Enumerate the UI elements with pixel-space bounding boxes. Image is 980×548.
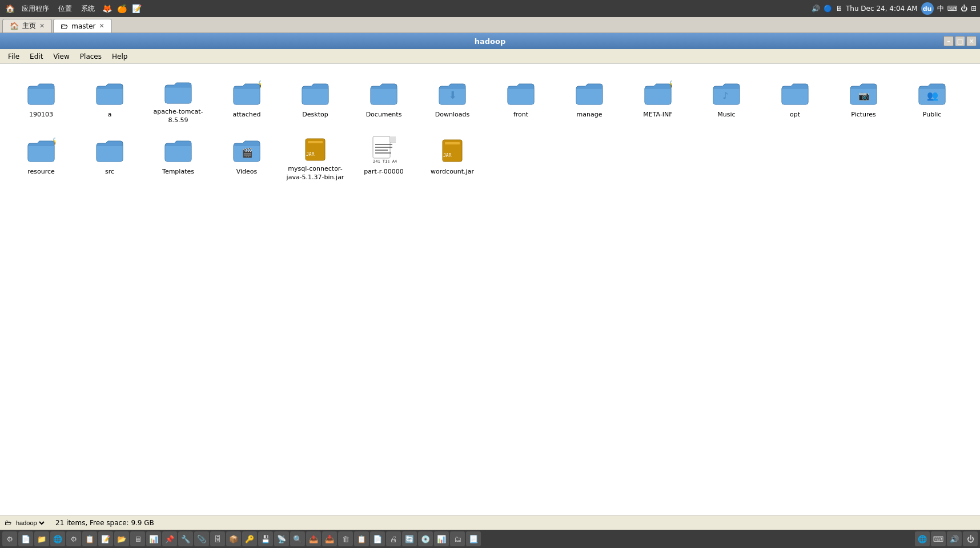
bottom-icon-14[interactable]: 🗄 <box>210 531 225 546</box>
bottom-icon-13[interactable]: 📎 <box>194 531 209 546</box>
menu-edit[interactable]: Edit <box>25 51 47 62</box>
svg-text:📷: 📷 <box>858 90 870 101</box>
menu-file[interactable]: File <box>3 51 24 62</box>
bottom-icon-11[interactable]: 📌 <box>162 531 177 546</box>
bottom-icon-7[interactable]: 📝 <box>98 531 113 546</box>
file-item-front[interactable]: front <box>487 71 555 128</box>
apps-grid-icon[interactable]: ⊞ <box>971 5 977 13</box>
location-dropdown[interactable]: hadoop <box>14 519 46 527</box>
bottom-icon-25[interactable]: 🖨 <box>386 531 401 546</box>
bottom-icon-4[interactable]: 🌐 <box>50 531 65 546</box>
file-icon-Documents <box>368 76 400 108</box>
file-item-opt[interactable]: opt <box>761 71 829 128</box>
bottom-icon-15[interactable]: 📦 <box>226 531 241 546</box>
tab-home-label: 主页 <box>22 21 36 31</box>
firefox-icon[interactable]: 🦊 <box>101 2 113 15</box>
file-label-Pictures: Pictures <box>851 111 876 119</box>
bottom-icon-27[interactable]: 💿 <box>418 531 433 546</box>
bottom-icon-24[interactable]: 📄 <box>370 531 385 546</box>
bluetooth-icon[interactable]: 🔵 <box>824 5 832 13</box>
bottom-icon-1[interactable]: ⚙ <box>2 531 17 546</box>
location-icon: 🗁 <box>5 519 11 527</box>
bottom-icon-17[interactable]: 💾 <box>258 531 273 546</box>
file-item-190103[interactable]: 190103 <box>7 71 75 128</box>
file-item-manage[interactable]: manage <box>555 71 624 128</box>
bottom-icon-8[interactable]: 📂 <box>114 531 129 546</box>
bottom-icon-12[interactable]: 🔧 <box>178 531 193 546</box>
file-icon-part-r-00000: 241 T1s A4 AS-1 <box>368 134 400 166</box>
volume-icon[interactable]: 🔊 <box>812 5 820 13</box>
maximize-button[interactable]: □ <box>955 36 965 46</box>
file-item-Public[interactable]: 👥 Public <box>898 71 966 128</box>
keyboard-icon[interactable]: ⌨ <box>947 5 957 13</box>
tab-master[interactable]: 🗁 master ✕ <box>53 19 112 33</box>
app-icon-3[interactable]: 📝 <box>130 2 143 15</box>
bottom-icon-18[interactable]: 📡 <box>274 531 289 546</box>
minimize-button[interactable]: – <box>943 36 954 46</box>
bottom-icon-20[interactable]: 📤 <box>306 531 321 546</box>
taskbar-volume-bottom-icon[interactable]: 🔊 <box>947 531 962 546</box>
bottom-icon-5[interactable]: ⚙ <box>66 531 81 546</box>
menu-places[interactable]: Places <box>75 51 106 62</box>
bottom-icon-10[interactable]: 📊 <box>146 531 161 546</box>
bottom-icon-26[interactable]: 🔄 <box>402 531 417 546</box>
file-item-resource[interactable]: 🔒 resource <box>7 128 75 185</box>
file-icon-META-INF: 🔒 <box>642 76 674 108</box>
file-item-Videos[interactable]: 🎬 Videos <box>212 128 281 185</box>
file-icon-resource: 🔒 <box>25 134 57 166</box>
bottom-icon-3[interactable]: 📁 <box>34 531 49 546</box>
svg-text:⬇: ⬇ <box>448 89 457 101</box>
lang-indicator[interactable]: 中 <box>937 4 944 14</box>
bottom-icon-30[interactable]: 📃 <box>466 531 481 546</box>
bottom-icon-21[interactable]: 📥 <box>322 531 337 546</box>
status-bar: 🗁 hadoop 21 items, Free space: 9.9 GB <box>0 515 980 530</box>
svg-rect-20 <box>445 142 460 144</box>
menu-view[interactable]: View <box>49 51 74 62</box>
bottom-icon-23[interactable]: 📋 <box>354 531 369 546</box>
network-icon[interactable]: 🖥 <box>836 5 842 13</box>
file-item-Music[interactable]: ♪ Music <box>692 71 761 128</box>
file-item-part-r-00000[interactable]: 241 T1s A4 AS-1 part-r-00000 <box>350 128 418 185</box>
user-avatar[interactable]: du <box>921 2 934 15</box>
app-icon-2[interactable]: 🍊 <box>115 2 128 15</box>
bottom-icon-29[interactable]: 🗂 <box>450 531 465 546</box>
taskbar-bottom: ⚙ 📄 📁 🌐 ⚙ 📋 📝 📂 🖥 📊 📌 🔧 📎 🗄 📦 🔑 💾 📡 🔍 📤 … <box>0 530 980 548</box>
file-item-src[interactable]: src <box>75 128 144 185</box>
places-menu[interactable]: 位置 <box>55 3 75 15</box>
file-label-opt: opt <box>790 111 800 119</box>
file-label-190103: 190103 <box>29 111 53 119</box>
tab-home[interactable]: 🏠 主页 ✕ <box>2 19 52 33</box>
file-item-Pictures[interactable]: 📷 Pictures <box>829 71 898 128</box>
power-icon[interactable]: ⏻ <box>961 5 967 13</box>
file-item-apache-tomcat[interactable]: apache-tomcat-8.5.59 <box>144 71 212 128</box>
bottom-icon-6[interactable]: 📋 <box>82 531 97 546</box>
svg-text:JAR: JAR <box>443 153 452 158</box>
file-item-Downloads[interactable]: ⬇ Downloads <box>418 71 487 128</box>
close-button[interactable]: ✕ <box>966 36 977 46</box>
taskbar-power-bottom-icon[interactable]: ⏻ <box>963 531 978 546</box>
file-icon-attached: 🔒 <box>231 76 263 108</box>
file-item-attached[interactable]: 🔒 attached <box>212 71 281 128</box>
bottom-icon-2[interactable]: 📄 <box>18 531 33 546</box>
bottom-icon-19[interactable]: 🔍 <box>290 531 305 546</box>
file-item-Desktop[interactable]: Desktop <box>281 71 350 128</box>
bottom-icon-22[interactable]: 🗑 <box>338 531 353 546</box>
menu-help[interactable]: Help <box>107 51 132 62</box>
tab-master-close[interactable]: ✕ <box>99 22 105 30</box>
tab-home-close[interactable]: ✕ <box>39 22 45 30</box>
file-icon-Videos: 🎬 <box>231 134 263 166</box>
file-icon-Pictures: 📷 <box>848 76 879 108</box>
bottom-icon-16[interactable]: 🔑 <box>242 531 257 546</box>
bottom-icon-28[interactable]: 📊 <box>434 531 449 546</box>
file-item-Templates[interactable]: Templates <box>144 128 212 185</box>
file-item-META-INF[interactable]: 🔒 META-INF <box>624 71 692 128</box>
file-item-a[interactable]: a <box>75 71 144 128</box>
file-item-wordcount.jar[interactable]: JAR wordcount.jar <box>418 128 487 185</box>
file-item-mysql-connector[interactable]: JAR mysql-connector-java-5.1.37-bin.jar <box>281 128 350 185</box>
applications-menu[interactable]: 应用程序 <box>18 3 53 15</box>
system-menu[interactable]: 系统 <box>78 3 98 15</box>
bottom-icon-9[interactable]: 🖥 <box>130 531 145 546</box>
taskbar-input-icon[interactable]: ⌨ <box>931 531 946 546</box>
taskbar-network-icon[interactable]: 🌐 <box>915 531 930 546</box>
file-item-Documents[interactable]: Documents <box>350 71 418 128</box>
